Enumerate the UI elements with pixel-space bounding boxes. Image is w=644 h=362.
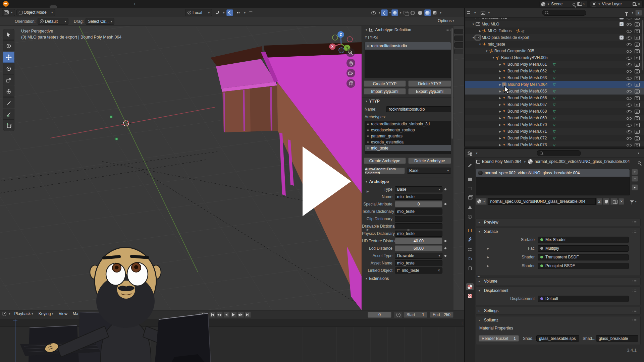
disclosure-arrow-icon[interactable] (498, 117, 502, 120)
camera-restrict-icon[interactable] (635, 136, 639, 140)
drag-dropdown[interactable]: Select Cir...▾ (86, 18, 114, 25)
disclosure-arrow-icon[interactable] (498, 103, 502, 106)
eye-icon[interactable] (627, 82, 632, 87)
properties-tab-icon[interactable] (466, 176, 474, 183)
measure-tool[interactable] (3, 109, 14, 120)
extensions-header[interactable]: ▾Extensions (362, 276, 453, 281)
settings-panel[interactable]: ▸Settings (476, 307, 641, 315)
outliner-row[interactable]: ▼ Bound Poly Mesh.069 ▽ (465, 115, 644, 121)
gizmos-toggle-icon[interactable] (381, 9, 388, 16)
camera-restrict-icon[interactable] (635, 29, 639, 33)
outliner-row[interactable]: ▼ MLO para testes de export ▽ (465, 34, 644, 41)
import-ytyp-button[interactable]: Import ytyp.xml (364, 88, 406, 95)
camera-restrict-icon[interactable] (635, 36, 639, 40)
volume-panel[interactable]: ▸Volume (476, 277, 641, 285)
proportional-editing-icon[interactable] (226, 9, 233, 16)
outliner-display-mode-icon[interactable] (467, 11, 471, 15)
camera-restrict-icon[interactable] (635, 96, 639, 100)
outliner-filter-mode-icon[interactable] (481, 11, 485, 15)
object-origin-point[interactable] (110, 116, 112, 118)
archetype-list-item[interactable]: ≡escadascimento_rooftop (365, 127, 451, 133)
sollumz-panel[interactable]: ▾Sollumz Material Properties Render Buck… (476, 316, 641, 345)
checkbox-icon[interactable] (620, 18, 624, 19)
disclosure-arrow-icon[interactable] (498, 123, 502, 126)
new-view-layer-icon[interactable] (633, 2, 636, 6)
workspace-tab[interactable] (101, 5, 109, 8)
shader-row-value[interactable]: Principled BSDF (538, 263, 629, 269)
camera-restrict-icon[interactable] (635, 109, 639, 113)
field-input[interactable]: mlo_teste ▾× (395, 260, 442, 266)
fake-user-icon[interactable] (603, 198, 609, 205)
properties-tab-icon[interactable] (466, 162, 474, 169)
eye-icon[interactable] (627, 123, 632, 127)
sidebar-tab[interactable] (454, 49, 463, 54)
workspace-tab[interactable] (64, 5, 72, 8)
shading-rendered-icon[interactable] (432, 9, 438, 16)
sidebar-tab[interactable] (454, 42, 463, 48)
properties-tab-icon[interactable] (466, 274, 474, 281)
delete-ytyp-button[interactable]: Delete YTYP (408, 80, 451, 87)
play-reverse-button[interactable] (223, 312, 230, 318)
properties-tab-icon[interactable] (466, 255, 474, 262)
camera-restrict-icon[interactable] (635, 69, 639, 73)
camera-restrict-icon[interactable] (635, 143, 639, 146)
field-input[interactable]: Drawable ▾× (395, 253, 442, 259)
field-input[interactable]: mlo_teste ▾× (395, 194, 442, 200)
outliner-row[interactable]: ▼ Meu MLO ▽ (465, 21, 644, 27)
displacement-value[interactable]: Default (538, 296, 629, 302)
add-workspace-button[interactable]: + (131, 2, 139, 6)
disclosure-arrow-icon[interactable] (498, 97, 502, 100)
disclosure-arrow-icon[interactable] (471, 36, 476, 39)
toggle-grid-button[interactable] (346, 79, 355, 88)
workspace-tab[interactable] (123, 5, 131, 8)
disclosure-arrow-icon[interactable] (498, 110, 502, 113)
properties-editor[interactable]: ▾ ▾ Bound Poly Mesh.064 ▸ normal_spec.00… (464, 148, 644, 362)
workspace-tab[interactable] (116, 5, 123, 8)
outliner-row[interactable]: ▼ Bound Poly Mesh.070 ▽ (465, 121, 644, 128)
sidebar-tab[interactable] (454, 29, 463, 34)
eye-icon[interactable] (627, 69, 632, 73)
checkbox-icon[interactable] (620, 36, 624, 40)
clear-icon[interactable]: × (438, 268, 440, 273)
shader-row-value[interactable]: Mix Shader (538, 237, 629, 243)
archetype-list[interactable]: ≡rocknrolltattoostudio_simbolo_3d≡escada… (365, 121, 451, 154)
ytyp-list[interactable]: ≡rocknrolltattoostudio (365, 42, 451, 78)
gizmo-axis-neg-y[interactable] (332, 35, 338, 40)
shader-row-value[interactable]: Transparent BSDF (538, 254, 629, 260)
properties-options-icon[interactable]: ▾ (638, 152, 639, 155)
shader-name-field[interactable]: glass_breakable (596, 335, 638, 342)
camera-restrict-icon[interactable] (635, 82, 639, 86)
properties-editor-icon[interactable] (468, 151, 472, 155)
properties-tab-icon[interactable] (466, 236, 474, 243)
camera-restrict-icon[interactable] (635, 49, 639, 53)
disclosure-arrow-icon[interactable] (498, 63, 502, 66)
outliner-row[interactable]: ▼ Bound Poly Mesh.071 ▽ (465, 128, 644, 135)
checkbox-icon[interactable] (620, 22, 624, 26)
outliner[interactable]: ▾ ▾ ▾ + ▼ Collection.002 ▽ (464, 8, 644, 146)
outliner-search[interactable] (542, 10, 586, 16)
falloff-curve-icon[interactable] (247, 9, 254, 16)
create-archetype-button[interactable]: Create Archetype (364, 158, 406, 164)
eye-icon[interactable] (627, 18, 632, 20)
mode-dropdown[interactable]: Object Mode▾ (16, 9, 55, 16)
eye-icon[interactable] (627, 103, 632, 107)
snap-magnet-icon[interactable] (214, 9, 220, 16)
eye-icon[interactable] (627, 29, 632, 33)
playhead[interactable] (15, 319, 15, 362)
eye-icon[interactable] (627, 76, 632, 80)
shading-material-icon[interactable] (424, 9, 431, 16)
properties-tab-icon[interactable] (466, 213, 474, 220)
select-box-tool[interactable] (3, 29, 14, 40)
workspace-tab[interactable] (87, 5, 94, 8)
shader-row-value[interactable]: Multiply (538, 245, 629, 252)
add-slot-button[interactable]: + (632, 169, 638, 175)
eye-icon[interactable] (627, 89, 632, 94)
breadcrumb-object[interactable]: Bound Poly Mesh.064 (482, 159, 521, 164)
zoom-button[interactable] (346, 48, 355, 57)
play-button[interactable] (230, 312, 237, 318)
field-input[interactable]: mlo_teste ▾× (395, 267, 442, 274)
archetype-section-header[interactable]: ▾Archetype (362, 178, 453, 184)
outliner-row[interactable]: ▼ Bound GeometryBVH.005 ▽ (465, 54, 644, 61)
archetype-list-item[interactable]: ≡rocknrolltattoostudio_simbolo_3d (365, 121, 451, 127)
animate-dot[interactable] (444, 255, 446, 257)
